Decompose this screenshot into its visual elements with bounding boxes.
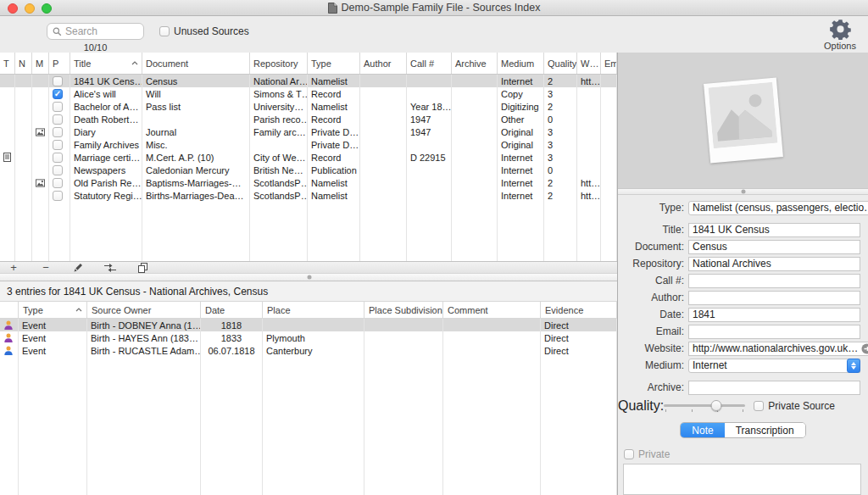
unused-sources-checkbox[interactable] [159,26,170,36]
table-row[interactable]: Family ArchivesMisc.Private D…Original3 [0,138,617,151]
column-header[interactable]: M [32,53,49,74]
column-header[interactable]: Document [142,53,250,74]
merge-sources-button[interactable] [103,263,117,273]
row-checkbox[interactable] [53,178,63,188]
sort-ascending-icon [131,61,138,65]
table-row[interactable]: Old Parish Re…Baptisms-Marriages-…Scotla… [0,176,617,189]
column-header[interactable]: Place Subdivision [364,302,443,318]
form-row-author: Author: [618,290,868,305]
column-header[interactable]: Type [19,302,87,318]
website-cell [577,164,601,176]
quality-slider[interactable] [664,399,745,413]
column-header[interactable]: Repository [250,53,308,74]
open-website-button[interactable] [861,343,868,354]
table-row[interactable]: Statutory Regi…Births-Marriages-Dea…Scot… [0,189,617,202]
column-header[interactable]: Medium [498,53,544,74]
document-field[interactable]: Census [688,240,860,254]
email-field[interactable] [688,325,860,339]
add-source-button[interactable]: + [7,263,20,273]
repository-field[interactable]: National Archives [688,257,860,271]
row-checkbox[interactable] [53,140,63,150]
column-header[interactable]: Archive [452,53,498,74]
medium-value: Internet [688,359,860,373]
private-note-toggle[interactable]: Private [624,448,868,460]
slider-thumb[interactable] [710,400,721,411]
private-source-toggle[interactable]: Private Source [754,400,835,412]
table-row[interactable]: Death Robert…Parish reco…Record1947Other… [0,113,617,125]
archive-field[interactable] [688,381,860,395]
column-header[interactable]: P [49,53,70,74]
table-row[interactable]: NewspapersCaledonian MercuryBritish Ne…P… [0,164,617,176]
column-header[interactable]: Date [201,302,263,318]
column-header[interactable]: T [0,53,15,74]
search-input[interactable]: Search [47,23,144,40]
type-select[interactable]: Namelist (census, passengers, electio… [688,201,868,215]
table-row[interactable]: DiaryJournalFamily arc…Private D…1947Ori… [0,125,617,138]
quality-cell: 3 [544,138,577,151]
comment-cell [443,344,541,357]
title-cell: Alice's will [70,87,142,100]
column-header[interactable]: N [15,53,32,74]
private-checkbox[interactable] [624,449,634,459]
source-image-well[interactable] [618,53,868,188]
table-row[interactable]: Marriage certi…M.Cert. A.P. (10)City of … [0,151,617,164]
private-source-label: Private Source [768,400,835,412]
website-field[interactable]: http://www.nationalarchives.gov.uk… [688,342,868,356]
row-checkbox[interactable] [53,76,63,86]
column-header[interactable]: Title [70,53,142,74]
row-checkbox[interactable] [53,89,63,99]
document-cell: Census [142,75,250,87]
row-checkbox[interactable] [53,191,63,201]
column-header[interactable]: W… [577,53,601,74]
unused-sources-filter[interactable]: Unused Sources [159,25,249,37]
author-field[interactable] [688,291,860,305]
row-checkbox[interactable] [53,102,63,112]
table-row[interactable]: Bachelor of A…Pass listUniversity…Nameli… [0,100,617,113]
table-row[interactable]: EventBirth - HAYES Ann (183…1833Plymouth… [0,331,617,344]
row-checkbox[interactable] [53,127,63,137]
table-row[interactable]: EventBirth - DOBNEY Anna (1…1818Direct [0,319,617,331]
type-cell: Publication [308,164,360,176]
copy-source-button[interactable] [136,263,149,273]
edit-source-button[interactable] [71,263,85,273]
tab-note[interactable]: Note [681,423,724,437]
date-field[interactable]: 1841 [688,308,860,322]
column-header[interactable]: Quality [544,53,577,74]
table-row[interactable]: 1841 UK Cens…CensusNational Ar…NamelistI… [0,75,617,87]
row-checkbox[interactable] [53,114,63,125]
row-checkbox[interactable] [53,165,63,175]
medium-select[interactable]: Internet [688,359,860,373]
call-no-field[interactable] [688,274,860,288]
table-row[interactable]: Alice's willWillSimons & T…RecordCopy3 [0,87,617,100]
column-header[interactable]: Place [263,302,364,318]
column-header[interactable]: Type [308,53,360,74]
column-header[interactable]: Source Owner [87,302,201,318]
private-source-checkbox[interactable] [754,401,764,411]
remove-source-button[interactable]: − [39,263,53,273]
panel-splitter[interactable] [618,188,868,195]
title-cell: Diary [70,125,142,138]
title-cell: Family Archives [70,138,142,151]
column-header[interactable] [0,302,19,318]
entries-summary-text: 3 entries for 1841 UK Census - National … [7,286,268,298]
column-header[interactable]: Evidence [541,302,617,318]
title-field[interactable]: 1841 UK Census [688,223,860,237]
type-cell: Private D… [308,138,360,151]
form-row-title: Title: 1841 UK Census [618,222,868,237]
tab-transcription[interactable]: Transcription [725,423,805,437]
column-header[interactable]: Author [360,53,407,74]
horizontal-splitter[interactable] [0,273,617,281]
author-label: Author: [618,292,684,303]
close-window-button[interactable] [8,3,18,14]
minimize-window-button[interactable] [25,3,35,14]
table-row[interactable]: EventBirth - RUCASTLE Adam…06.07.1818Can… [0,344,617,357]
column-header[interactable]: Call # [407,53,452,74]
column-header[interactable]: Comment [443,302,541,318]
zoom-window-button[interactable] [42,3,52,14]
row-checkbox[interactable] [53,153,63,163]
app-window: Demo-Sample Family File - Sources Index … [0,0,868,495]
column-header[interactable]: Em [601,53,617,74]
repository-cell [250,138,308,151]
options-button[interactable]: Options [819,19,861,51]
note-textarea[interactable] [623,464,861,495]
